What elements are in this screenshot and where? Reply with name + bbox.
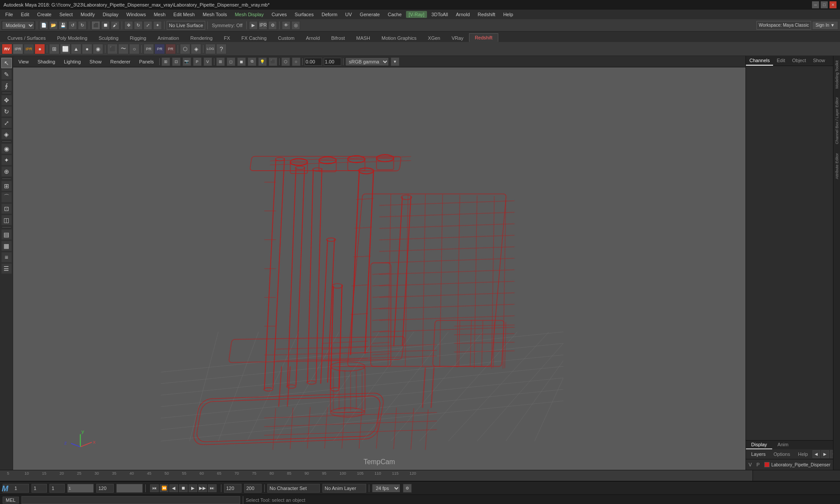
timeline-ruler[interactable]: 5 10 15 20 25 30 35 40 45 50 55 60 65 70… <box>0 470 752 481</box>
new-scene-btn[interactable]: 📄 <box>39 21 48 30</box>
shelf-btn-pr3[interactable]: PR <box>165 44 176 54</box>
shelf-btn-pr1[interactable]: PR <box>144 44 154 54</box>
vp-gamma-select[interactable]: sRGB gamma <box>345 57 389 66</box>
tab-curves-surfaces[interactable]: Curves / Surfaces <box>2 34 51 42</box>
workspace-dropdown[interactable]: Modeling <box>2 21 35 30</box>
menu-deform[interactable]: Deform <box>318 11 341 18</box>
vp-grid-btn[interactable]: ⊞ <box>216 57 225 66</box>
tab-sculpting[interactable]: Sculpting <box>93 34 124 42</box>
vp-render-preview-btn[interactable]: ⬛ <box>269 57 277 66</box>
shelf-btn-rv[interactable]: RV <box>2 44 12 54</box>
dp-options-tab[interactable]: Options <box>770 451 794 458</box>
select-mode-btn[interactable]: ⬛ <box>91 21 100 30</box>
list2-btn[interactable]: ☰ <box>1 263 12 274</box>
vp-input-x[interactable] <box>304 58 322 66</box>
menu-edit[interactable]: Edit <box>18 11 33 18</box>
rp-tab-show[interactable]: Show <box>809 56 829 66</box>
vert-label-modeling[interactable]: Modeling Toolkit <box>835 60 839 88</box>
anim-prefs-btn[interactable]: ⚙ <box>403 484 412 493</box>
tab-mash[interactable]: MASH <box>350 34 376 42</box>
play-forward-btn[interactable]: ▶ <box>189 484 197 492</box>
shelf-btn-mat2[interactable]: ◈ <box>191 44 201 54</box>
character-set-field[interactable]: No Character Set <box>267 484 320 493</box>
vp-wire-btn[interactable]: ◻ <box>227 57 235 66</box>
snap-surface-btn[interactable]: ◫ <box>1 215 12 225</box>
tab-rendering[interactable]: Rendering <box>185 34 218 42</box>
play-step-fwd-btn[interactable]: ▶▶ <box>198 484 207 492</box>
vp-poly-btn[interactable]: P <box>193 57 202 66</box>
dp-tab-display[interactable]: Display <box>746 441 772 449</box>
open-scene-btn[interactable]: 📂 <box>49 21 58 30</box>
menu-redshift[interactable]: Redshift <box>474 11 499 18</box>
minimize-button[interactable]: ─ <box>812 1 819 8</box>
shelf-btn-pr2[interactable]: PR <box>154 44 165 54</box>
vp-texture-btn[interactable]: ⧉ <box>248 57 256 66</box>
frame-start-input[interactable] <box>32 484 47 493</box>
shelf-btn-ipr3[interactable]: IPR <box>24 44 34 54</box>
menu-3dtooall[interactable]: 3DToAll <box>428 11 452 18</box>
render-settings-btn[interactable]: ⚙ <box>268 21 277 30</box>
menu-generate[interactable]: Generate <box>356 11 383 18</box>
vp-frame-all-btn[interactable]: ⊞ <box>161 57 170 66</box>
mel-label[interactable]: MEL <box>3 497 19 504</box>
universal-manip-btn[interactable]: ✦ <box>153 21 162 30</box>
menu-surfaces[interactable]: Surfaces <box>291 11 317 18</box>
close-button[interactable]: ✕ <box>830 1 836 8</box>
shelf-btn-log[interactable]: LOG <box>205 44 216 54</box>
menu-select[interactable]: Select <box>56 11 77 18</box>
shelf-btn-wave[interactable]: 〜 <box>118 44 129 54</box>
vp-menu-view[interactable]: View <box>15 58 32 65</box>
soft-mod-btn[interactable]: ◉ <box>1 144 12 154</box>
show-manip-btn[interactable]: ⊕ <box>1 166 12 177</box>
scale-tool-btn[interactable]: ⤢ <box>144 21 152 30</box>
window-controls[interactable]: ─ □ ✕ <box>812 1 836 8</box>
rotate-tool-btn[interactable]: ↻ <box>134 21 143 30</box>
redo-btn[interactable]: ↻ <box>78 21 87 30</box>
tab-fx[interactable]: FX <box>218 34 236 42</box>
show-hide-btn[interactable]: 👁 <box>282 21 290 30</box>
shelf-btn-mat1[interactable]: ⬡ <box>180 44 190 54</box>
tab-bifrost[interactable]: Bifrost <box>326 34 350 42</box>
vp-settings-btn[interactable]: ▼ <box>391 57 399 66</box>
tab-animation[interactable]: Animation <box>152 34 185 42</box>
shelf-btn-circle[interactable]: ○ <box>129 44 140 54</box>
last-tool-btn[interactable]: ◈ <box>1 129 12 140</box>
play-back-btn[interactable]: ⏪ <box>160 484 168 492</box>
mel-input[interactable] <box>21 496 240 504</box>
rotate-btn[interactable]: ↻ <box>1 106 12 117</box>
anim-layer-field[interactable]: No Anim Layer <box>322 484 366 493</box>
maximize-button[interactable]: □ <box>821 1 828 8</box>
dp-layers-tab[interactable]: Layers <box>748 451 769 458</box>
vp-vert-btn[interactable]: V <box>203 57 212 66</box>
tab-vray[interactable]: VRay <box>446 34 469 42</box>
shelf-btn-box[interactable]: ⬜ <box>60 44 70 54</box>
play-step-back-btn[interactable]: ◀ <box>169 484 178 492</box>
vp-menu-lighting[interactable]: Lighting <box>60 58 84 65</box>
menu-uv[interactable]: UV <box>342 11 355 18</box>
rp-tab-edit[interactable]: Edit <box>773 56 788 66</box>
lasso-btn[interactable]: ∮ <box>1 80 12 91</box>
input-line-btn[interactable]: ▤ <box>1 229 12 240</box>
vp-solid-btn[interactable]: ◼ <box>237 57 246 66</box>
menu-mesh-display[interactable]: Mesh Display <box>231 11 267 18</box>
frame-max-input[interactable] <box>244 484 262 493</box>
no-live-surface-label[interactable]: No Live Surface <box>167 21 205 30</box>
lasso-select-btn[interactable]: 🔲 <box>101 21 110 30</box>
shelf-btn-q[interactable]: ? <box>216 44 227 54</box>
isolate-select-btn[interactable]: ◎ <box>291 21 300 30</box>
vp-light-btn[interactable]: 💡 <box>258 57 267 66</box>
vp-menu-show[interactable]: Show <box>86 58 105 65</box>
menu-display[interactable]: Display <box>99 11 122 18</box>
menu-arnold[interactable]: Arnold <box>452 11 473 18</box>
list1-btn[interactable]: ≡ <box>1 252 12 262</box>
dp-help-tab[interactable]: Help <box>794 451 812 458</box>
menu-curves[interactable]: Curves <box>268 11 290 18</box>
shelf-btn-cone[interactable]: ▲ <box>71 44 81 54</box>
shelf-btn-ipr2[interactable]: IPR <box>13 44 23 54</box>
vp-input-y[interactable] <box>324 58 341 66</box>
frame-end-input[interactable] <box>96 484 114 493</box>
sign-in-btn[interactable]: Sign In ▼ <box>812 21 838 30</box>
paint-sel-btn[interactable]: ✎ <box>1 69 12 80</box>
vp-menu-panels[interactable]: Panels <box>136 58 158 65</box>
move-tool-btn[interactable]: ✥ <box>124 21 133 30</box>
